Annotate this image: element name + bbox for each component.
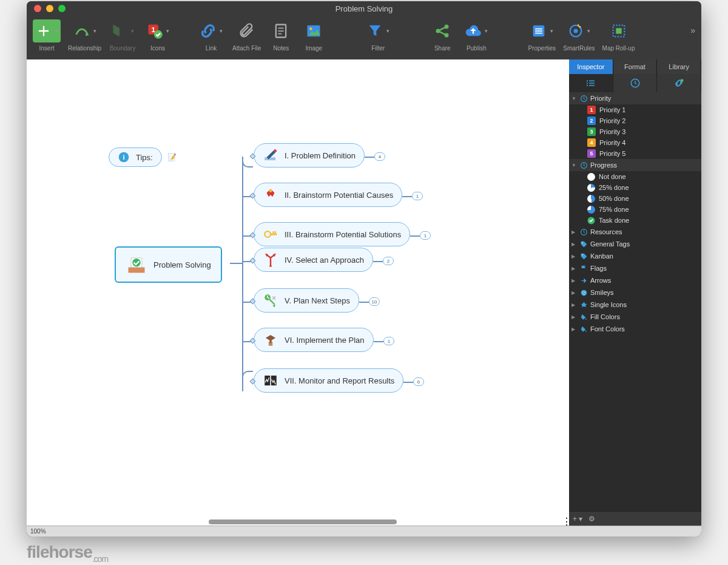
node-child[interactable]: III. Brainstorm Potential Solutions	[254, 222, 410, 246]
cat-fill-colors[interactable]: Fill Colors	[569, 311, 701, 323]
cat-single-icons[interactable]: Single Icons	[569, 299, 701, 311]
share-button[interactable]	[430, 19, 455, 42]
publish-button[interactable]	[462, 19, 490, 42]
count-badge[interactable]: 1	[383, 337, 394, 345]
svg-point-41	[587, 80, 588, 81]
count-badge[interactable]: 6	[413, 377, 424, 386]
svg-rect-24	[129, 268, 145, 273]
mindmap-canvas[interactable]: i Tips: 📝 Problem Solving I. Problem Def…	[27, 59, 569, 526]
count-badge[interactable]: 2	[383, 257, 394, 265]
subtab-link[interactable]	[657, 74, 701, 92]
zoom-level[interactable]: 100%	[30, 528, 46, 535]
node-tips[interactable]: i Tips:	[109, 147, 162, 167]
svg-text:i: i	[123, 153, 124, 161]
count-badge[interactable]: 10	[369, 297, 380, 306]
svg-point-42	[587, 83, 588, 84]
node-child[interactable]: V. Plan Next Steps	[254, 288, 359, 313]
svg-rect-31	[275, 231, 276, 233]
node-icon	[263, 226, 278, 242]
icons-button[interactable]: 1	[144, 19, 172, 42]
maprollup-button[interactable]	[606, 19, 632, 42]
toolbar: Insert Relationship Boundary 1Icons Link…	[27, 16, 701, 59]
node-root[interactable]: Problem Solving	[115, 246, 222, 283]
node-icon	[263, 332, 278, 348]
priority-item[interactable]: 5Priority 5	[569, 148, 701, 159]
progress-item[interactable]: 50% done	[569, 193, 701, 204]
svg-point-50	[582, 242, 583, 243]
node-child[interactable]: VII. Monitor and Report Results	[254, 368, 403, 393]
titlebar[interactable]: Problem Solving	[27, 1, 701, 16]
node-icon	[263, 147, 278, 163]
inspector-panel: Priority 1Priority 12Priority 23Priority…	[569, 92, 701, 511]
subtab-list[interactable]	[569, 74, 613, 92]
cat-resources[interactable]: Resources	[569, 226, 701, 238]
link-button[interactable]	[197, 19, 225, 42]
progress-item[interactable]: 25% done	[569, 182, 701, 193]
cat-arrows[interactable]: Arrows	[569, 274, 701, 286]
svg-rect-30	[270, 233, 277, 235]
subtab-clock[interactable]	[613, 74, 658, 92]
svg-rect-32	[272, 231, 274, 233]
horizontal-scrollbar[interactable]	[209, 519, 397, 524]
image-button[interactable]	[301, 19, 326, 42]
tab-inspector[interactable]: Inspector	[569, 59, 613, 74]
cat-kanban[interactable]: Kanban	[569, 250, 701, 262]
svg-point-51	[582, 254, 583, 255]
add-button[interactable]: + ▾	[573, 515, 582, 523]
smartrules-button[interactable]	[565, 19, 593, 42]
cat-smileys[interactable]: Smileys	[569, 286, 701, 299]
svg-rect-35	[269, 339, 271, 343]
sidebar-footer: + ▾ ⚙	[569, 511, 701, 526]
progress-item[interactable]: 75% done	[569, 204, 701, 215]
app-window: Problem Solving Insert Relationship Boun…	[27, 1, 701, 536]
priority-item[interactable]: 4Priority 4	[569, 137, 701, 148]
insert-button[interactable]	[33, 19, 61, 42]
tab-format[interactable]: Format	[613, 59, 658, 74]
note-icon[interactable]: 📝	[167, 153, 177, 161]
relationship-button[interactable]	[71, 19, 99, 42]
gear-icon[interactable]: ⚙	[588, 515, 595, 523]
boundary-button[interactable]	[109, 19, 136, 42]
svg-line-13	[440, 32, 445, 35]
svg-point-52	[581, 289, 587, 296]
properties-button[interactable]	[528, 19, 556, 42]
node-icon	[263, 373, 278, 388]
cat-general-tags[interactable]: General Tags	[569, 238, 701, 250]
cat-font-colors[interactable]: Font Colors	[569, 323, 701, 335]
progress-item[interactable]: Task done	[569, 215, 701, 226]
window-title: Problem Solving	[27, 4, 701, 13]
resize-handle[interactable]: ⋮⋮	[562, 516, 568, 522]
svg-point-26	[132, 259, 141, 267]
node-child[interactable]: II. Brainstorm Potential Causes	[254, 183, 402, 207]
svg-point-43	[587, 85, 588, 86]
count-badge[interactable]: 1	[412, 192, 423, 200]
count-badge[interactable]: 1	[420, 231, 431, 240]
priority-item[interactable]: 1Priority 1	[569, 104, 701, 115]
statusbar: 100%	[27, 526, 701, 536]
count-badge[interactable]: 4	[374, 152, 385, 161]
cat-priority[interactable]: Priority	[569, 92, 701, 104]
node-icon	[263, 187, 278, 203]
priority-item[interactable]: 3Priority 3	[569, 126, 701, 137]
progress-item[interactable]: Not done	[569, 171, 701, 182]
notes-button[interactable]	[268, 19, 294, 42]
priority-item[interactable]: 2Priority 2	[569, 115, 701, 126]
attach-button[interactable]	[234, 19, 260, 42]
overflow-icon[interactable]: »	[690, 25, 694, 35]
node-child[interactable]: I. Problem Definition	[254, 143, 365, 167]
svg-point-45	[681, 79, 684, 82]
watermark: filehorse.com	[27, 543, 108, 564]
svg-point-28	[269, 189, 272, 192]
filter-button[interactable]	[364, 19, 392, 42]
node-child[interactable]: IV. Select an Approach	[254, 248, 373, 272]
sidebar: Inspector Format Library Priority 1Prior…	[569, 59, 701, 526]
node-icon	[263, 293, 278, 308]
node-icon	[263, 252, 278, 268]
svg-point-19	[574, 29, 578, 33]
svg-point-8	[309, 27, 312, 30]
cat-flags[interactable]: Flags	[569, 262, 701, 274]
tab-library[interactable]: Library	[657, 59, 701, 74]
cat-progress[interactable]: Progress	[569, 159, 701, 171]
svg-point-53	[582, 291, 584, 293]
node-child[interactable]: VI. Implement the Plan	[254, 328, 374, 352]
